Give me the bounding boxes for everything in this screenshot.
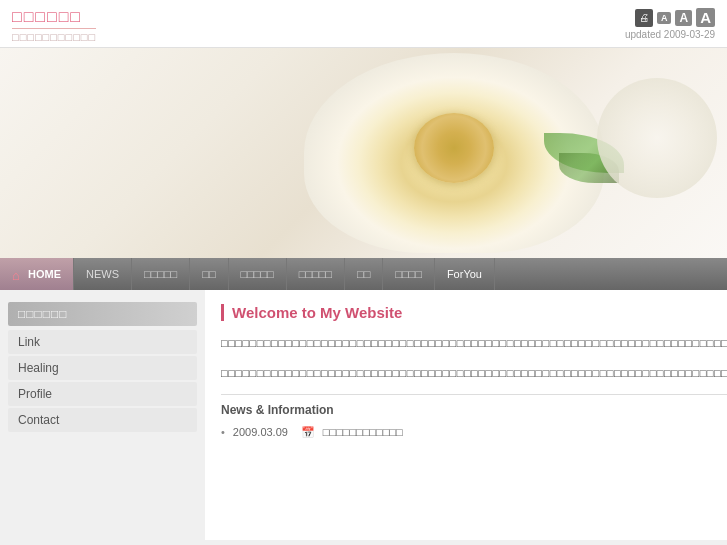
sidebar-link-healing[interactable]: Healing: [8, 356, 197, 380]
hero-image: [0, 48, 727, 258]
font-small-button[interactable]: A: [657, 12, 672, 24]
home-icon: [12, 268, 24, 280]
site-subtitle: □□□□□□□□□□□: [12, 31, 96, 43]
nav-item-6[interactable]: □□□□□: [287, 258, 345, 290]
welcome-title: Welcome to My Website: [221, 304, 727, 321]
nav-news[interactable]: NEWS: [74, 258, 132, 290]
header-icons: 🖨 A A A: [635, 8, 715, 27]
nav-item-8[interactable]: □□□□: [383, 258, 435, 290]
sidebar: □□□□□□ Link Healing Profile Contact: [0, 290, 205, 540]
sidebar-heading: □□□□□□: [8, 302, 197, 326]
print-icon[interactable]: 🖨: [635, 9, 653, 27]
nav-home[interactable]: HOME: [0, 258, 74, 290]
news-heading: News & Information: [221, 403, 727, 417]
header: □□□□□□ □□□□□□□□□□□ 🖨 A A A updated 2009-…: [0, 0, 727, 48]
font-medium-button[interactable]: A: [675, 10, 692, 26]
news-text: □□□□□□□□□□□□: [323, 426, 403, 438]
right-rose: [597, 78, 717, 198]
news-calendar-icon: 📅: [301, 426, 315, 439]
nav-item-5[interactable]: □□□□□: [229, 258, 287, 290]
news-date: 2009.03.09: [233, 426, 293, 438]
news-item: • 2009.03.09 📅 □□□□□□□□□□□□: [221, 423, 727, 442]
paragraph-1: □□□□□□□□□□□□□□□□□□□□□□□□□□□□□□□□□□□□□□□□…: [221, 335, 727, 353]
sidebar-link-contact[interactable]: Contact: [8, 408, 197, 432]
main-content: Welcome to My Website □□□□□□□□□□□□□□□□□□…: [205, 290, 727, 540]
nav-item-7[interactable]: □□: [345, 258, 383, 290]
sidebar-link-link[interactable]: Link: [8, 330, 197, 354]
updated-text: updated 2009-03-29: [625, 29, 715, 40]
navigation: HOME NEWS □□□□□ □□ □□□□□ □□□□□ □□ □□□□ F…: [0, 258, 727, 290]
site-title-block: □□□□□□ □□□□□□□□□□□: [12, 8, 96, 43]
paragraph-2: □□□□□□□□□□□□□□□□□□□□□□□□□□□□□□□□□□□□□□□□…: [221, 365, 727, 383]
rose-center: [414, 113, 494, 183]
news-bullet: •: [221, 426, 225, 438]
header-right: 🖨 A A A updated 2009-03-29: [625, 8, 715, 40]
rose-decoration: [304, 53, 604, 253]
content-area: □□□□□□ Link Healing Profile Contact Welc…: [0, 290, 727, 540]
nav-item-3[interactable]: □□□□□: [132, 258, 190, 290]
nav-foryou[interactable]: ForYou: [435, 258, 495, 290]
font-large-button[interactable]: A: [696, 8, 715, 27]
sidebar-link-profile[interactable]: Profile: [8, 382, 197, 406]
nav-item-4[interactable]: □□: [190, 258, 228, 290]
site-title: □□□□□□: [12, 8, 96, 29]
news-section: News & Information • 2009.03.09 📅 □□□□□□…: [221, 394, 727, 442]
